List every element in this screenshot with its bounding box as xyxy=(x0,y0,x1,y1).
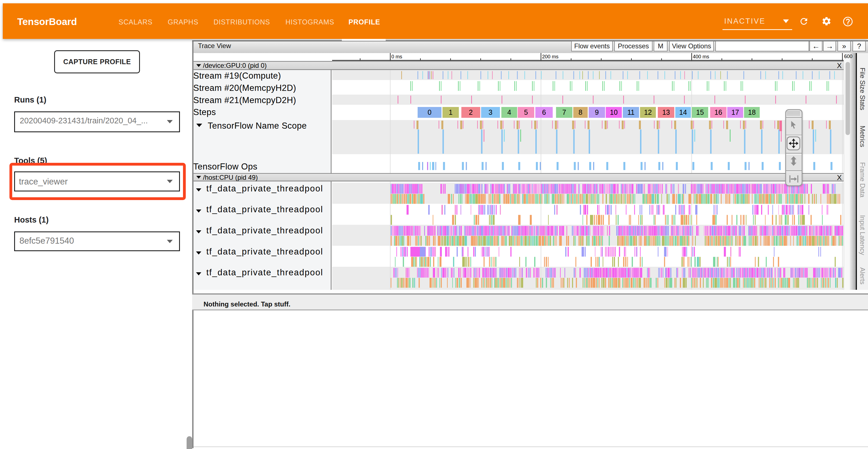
svg-text:17: 17 xyxy=(732,108,739,116)
svg-text:3: 3 xyxy=(489,108,493,116)
svg-text:18: 18 xyxy=(748,108,756,116)
svg-text:0: 0 xyxy=(428,108,432,116)
svg-text:400 ms: 400 ms xyxy=(693,54,709,59)
svg-text:0 ms: 0 ms xyxy=(392,54,402,59)
svg-text:14: 14 xyxy=(679,108,687,116)
svg-text:15: 15 xyxy=(696,108,704,116)
svg-text:11: 11 xyxy=(627,108,634,116)
svg-text:1: 1 xyxy=(449,108,453,116)
svg-text:4: 4 xyxy=(507,108,511,116)
svg-text:5: 5 xyxy=(524,108,528,116)
svg-text:13: 13 xyxy=(662,108,670,116)
svg-text:10: 10 xyxy=(610,108,618,116)
svg-text:6: 6 xyxy=(542,108,546,116)
svg-text:9: 9 xyxy=(595,108,599,116)
svg-text:200 ms: 200 ms xyxy=(542,54,558,59)
svg-text:7: 7 xyxy=(562,108,566,116)
svg-text:16: 16 xyxy=(714,108,722,116)
svg-text:8: 8 xyxy=(579,108,583,116)
svg-text:2: 2 xyxy=(469,108,473,116)
svg-text:12: 12 xyxy=(644,108,652,116)
